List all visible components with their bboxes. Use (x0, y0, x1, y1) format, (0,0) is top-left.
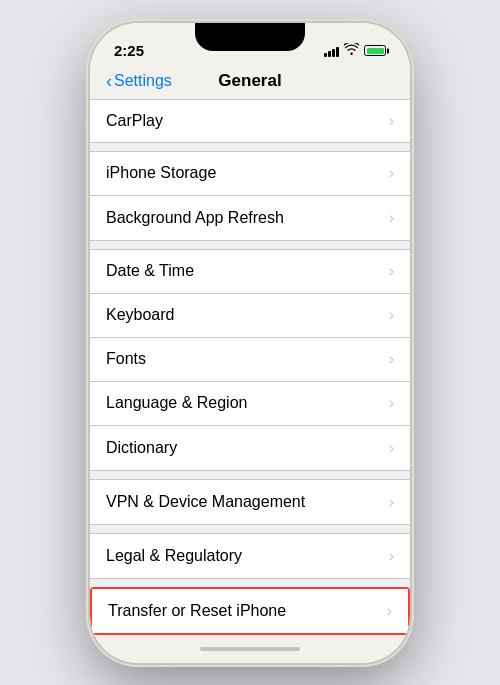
list-item[interactable]: Keyboard › (90, 294, 410, 338)
list-item[interactable]: VPN & Device Management › (90, 480, 410, 524)
fonts-chevron-icon: › (389, 350, 394, 368)
carplay-chevron-icon: › (389, 112, 394, 130)
vpn-group: VPN & Device Management › (90, 479, 410, 525)
list-item[interactable]: Background App Refresh › (90, 196, 410, 240)
back-chevron-icon: ‹ (106, 72, 112, 90)
vpn-chevron-icon: › (389, 493, 394, 511)
transfer-group: Transfer or Reset iPhone › (90, 587, 410, 635)
status-bar: 2:25 (90, 23, 410, 67)
screen: 2:25 (90, 23, 410, 663)
iphone-storage-label: iPhone Storage (106, 164, 216, 182)
iphone-storage-chevron-icon: › (389, 164, 394, 182)
transfer-reset-item[interactable]: Transfer or Reset iPhone › (92, 589, 408, 633)
list-item[interactable]: Legal & Regulatory › (90, 534, 410, 578)
status-time: 2:25 (114, 42, 144, 59)
list-item[interactable]: Dictionary › (90, 426, 410, 470)
date-time-label: Date & Time (106, 262, 194, 280)
carplay-label: CarPlay (106, 112, 163, 130)
background-app-refresh-label: Background App Refresh (106, 209, 284, 227)
notch (195, 23, 305, 51)
home-bar (200, 647, 300, 651)
language-chevron-icon: › (389, 394, 394, 412)
date-keyboard-group: Date & Time › Keyboard › Fonts › Languag… (90, 249, 410, 471)
keyboard-chevron-icon: › (389, 306, 394, 324)
list-item[interactable]: Date & Time › (90, 250, 410, 294)
background-app-chevron-icon: › (389, 209, 394, 227)
dictionary-chevron-icon: › (389, 439, 394, 457)
home-indicator (90, 635, 410, 663)
language-region-label: Language & Region (106, 394, 247, 412)
storage-group: iPhone Storage › Background App Refresh … (90, 151, 410, 241)
list-item[interactable]: Language & Region › (90, 382, 410, 426)
transfer-reset-label: Transfer or Reset iPhone (108, 602, 286, 620)
legal-chevron-icon: › (389, 547, 394, 565)
dictionary-label: Dictionary (106, 439, 177, 457)
wifi-icon (344, 43, 359, 58)
legal-label: Legal & Regulatory (106, 547, 242, 565)
status-icons (324, 43, 386, 58)
signal-icon (324, 45, 339, 57)
legal-group: Legal & Regulatory › (90, 533, 410, 579)
keyboard-label: Keyboard (106, 306, 175, 324)
settings-content: CarPlay › iPhone Storage › Background Ap… (90, 99, 410, 635)
fonts-label: Fonts (106, 350, 146, 368)
vpn-label: VPN & Device Management (106, 493, 305, 511)
list-item[interactable]: iPhone Storage › (90, 152, 410, 196)
back-button[interactable]: ‹ Settings (106, 72, 172, 90)
battery-icon (364, 45, 386, 56)
page-title: General (218, 71, 281, 91)
nav-bar: ‹ Settings General (90, 67, 410, 99)
list-item[interactable]: Fonts › (90, 338, 410, 382)
phone-frame: 2:25 (90, 23, 410, 663)
carplay-section: CarPlay › (90, 99, 410, 143)
back-label: Settings (114, 72, 172, 90)
date-time-chevron-icon: › (389, 262, 394, 280)
transfer-reset-chevron-icon: › (387, 602, 392, 620)
